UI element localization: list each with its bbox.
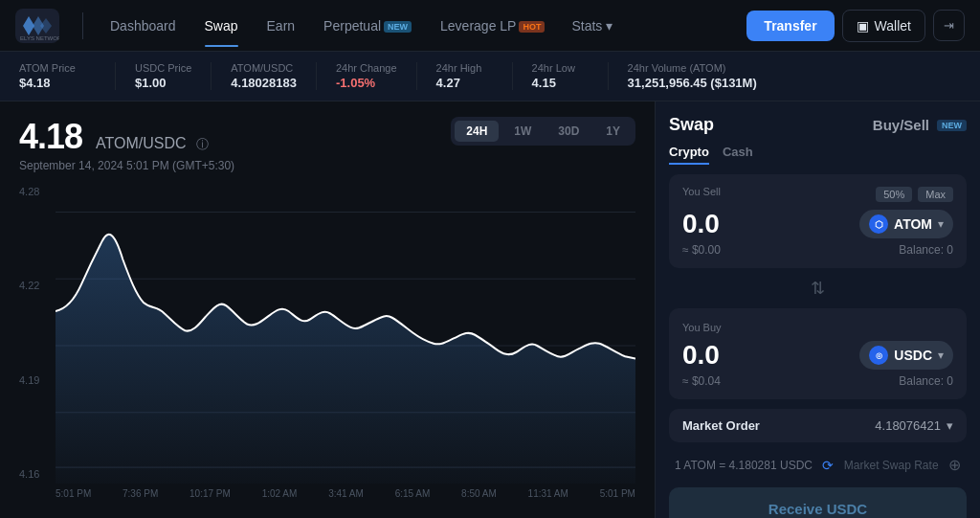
header: ELYS NETWORK Dashboard Swap Earn Perpetu… (0, 0, 980, 52)
buy-token-chevron: ▾ (938, 349, 944, 362)
chart-title-group: 4.18 ATOM/USDC ⓘ September 14, 2024 5:01… (19, 117, 234, 172)
tf-1y[interactable]: 1Y (594, 121, 632, 142)
y-label-1: 4.22 (19, 280, 56, 291)
buy-label: You Buy (682, 322, 722, 333)
nav-divider (82, 12, 83, 39)
usdc-price-label: USDC Price (135, 62, 191, 74)
exit-button[interactable]: ⇥ (933, 10, 965, 41)
chart-header: 4.18 ATOM/USDC ⓘ September 14, 2024 5:01… (19, 117, 635, 172)
nav-more[interactable]: Stats ▾ (560, 12, 624, 39)
high-value: 4.27 (436, 76, 493, 90)
buy-sell-label[interactable]: Buy/Sell (873, 117, 929, 133)
buy-amount[interactable]: 0.0 (682, 340, 720, 371)
y-label-0: 4.28 (19, 186, 56, 197)
chart-timeframes: 24H 1W 30D 1Y (451, 117, 635, 146)
sell-balance: Balance: 0 (899, 243, 953, 257)
buy-amount-row: 0.0 ◎ USDC ▾ (682, 340, 953, 371)
sell-label: You Sell (682, 186, 721, 197)
receive-button[interactable]: Receive USDC (669, 487, 967, 518)
exit-icon: ⇥ (944, 18, 954, 33)
sell-box: You Sell 50% Max 0.0 ⬡ ATOM ▾ ≈ $0.00 Ba… (669, 174, 967, 268)
buy-sell-badge: NEW (937, 120, 967, 131)
header-actions: Transfer ▣ Wallet ⇥ (746, 10, 965, 42)
change-label: 24hr Change (336, 62, 397, 74)
sell-amount[interactable]: 0.0 (682, 209, 720, 239)
sell-token-name: ATOM (894, 216, 932, 232)
buy-usd: ≈ $0.04 (682, 374, 721, 388)
pct-badge[interactable]: 50% (876, 187, 912, 202)
perpetual-badge: NEW (384, 21, 412, 33)
tf-1w[interactable]: 1W (502, 121, 543, 142)
chart-area: 4.18 ATOM/USDC ⓘ September 14, 2024 5:01… (0, 101, 655, 518)
y-axis: 4.28 4.22 4.19 4.16 (19, 182, 56, 484)
wallet-icon: ▣ (857, 18, 869, 34)
tf-24h[interactable]: 24H (455, 121, 499, 142)
volume-value: 31,251,956.45 ($131M) (628, 76, 757, 90)
nav-item-perpetual[interactable]: PerpetualNEW (310, 12, 425, 39)
leverage-badge: HOT (519, 21, 545, 33)
rate-text: 1 ATOM = 4.180281 USDC (675, 459, 813, 472)
tab-crypto[interactable]: Crypto (669, 145, 709, 165)
price-item-high: 24hr High 4.27 (416, 62, 512, 90)
pair-value: 4.18028183 (231, 76, 297, 90)
atom-price-label: ATOM Price (19, 62, 96, 74)
x-label-6: 8:50 AM (461, 488, 497, 499)
price-item-pair: ATOM/USDC 4.18028183 (211, 62, 316, 90)
tab-cash[interactable]: Cash (723, 145, 753, 165)
swap-arrow-wrap: ⇅ (669, 278, 967, 299)
info-icon: ⓘ (196, 136, 209, 153)
sell-token-chevron: ▾ (938, 217, 944, 231)
price-item-change: 24hr Change -1.05% (316, 62, 416, 90)
rate-expand-icon[interactable]: ⊕ (948, 456, 961, 474)
x-label-4: 3:41 AM (328, 488, 364, 499)
high-label: 24hr High (436, 62, 493, 74)
y-label-2: 4.19 (19, 374, 56, 386)
usdc-price-value: $1.00 (135, 76, 191, 90)
x-label-7: 11:31 AM (528, 488, 568, 499)
volume-label: 24hr Volume (ATOM) (628, 62, 757, 74)
x-label-3: 1:02 AM (262, 488, 298, 499)
chevron-down-icon: ▾ (606, 18, 612, 34)
buy-token-selector[interactable]: ◎ USDC ▾ (859, 341, 953, 370)
crypto-cash-tabs: Crypto Cash (669, 145, 967, 165)
max-badge[interactable]: Max (918, 187, 953, 202)
buy-box: You Buy 0.0 ◎ USDC ▾ ≈ $0.04 Balance: 0 (669, 308, 967, 399)
swap-direction-icon[interactable]: ⇅ (811, 278, 825, 299)
x-label-1: 7:36 PM (122, 488, 158, 499)
x-label-2: 10:17 PM (189, 488, 231, 499)
svg-text:ELYS NETWORK: ELYS NETWORK (20, 35, 59, 41)
low-value: 4.15 (532, 76, 589, 90)
x-axis: 5:01 PM 7:36 PM 10:17 PM 1:02 AM 3:41 AM… (56, 484, 635, 503)
chart-svg-container (56, 182, 635, 484)
nav-item-leverage-lp[interactable]: Leverage LPHOT (427, 12, 558, 39)
x-label-8: 5:01 PM (600, 488, 635, 499)
market-order-chevron[interactable]: ▾ (947, 418, 953, 433)
market-order-value-group: 4.18076421 ▾ (875, 418, 953, 433)
sell-token-selector[interactable]: ⬡ ATOM ▾ (859, 210, 953, 238)
panel-header: Swap Buy/Sell NEW (669, 115, 967, 135)
rate-swap-icon[interactable]: ⟳ (822, 458, 834, 473)
chart-price: 4.18 (19, 117, 82, 157)
price-item-volume: 24hr Volume (ATOM) 31,251,956.45 ($131M) (608, 62, 776, 90)
swap-title: Swap (669, 115, 714, 135)
nav-item-dashboard[interactable]: Dashboard (97, 12, 189, 39)
swap-panel: Swap Buy/Sell NEW Crypto Cash You Sell 5… (655, 101, 980, 518)
atom-token-icon: ⬡ (869, 214, 888, 234)
usdc-token-icon: ◎ (869, 346, 888, 365)
wallet-button[interactable]: ▣ Wallet (842, 10, 925, 42)
tf-30d[interactable]: 30D (546, 121, 590, 142)
sell-options: 50% Max (876, 187, 953, 202)
market-order: Market Order 4.18076421 ▾ (669, 409, 967, 442)
price-item-usdc: USDC Price $1.00 (115, 62, 211, 90)
nav-item-swap[interactable]: Swap (191, 12, 252, 39)
chart-canvas: 4.28 4.22 4.19 4.16 (19, 182, 635, 503)
nav-item-earn[interactable]: Earn (254, 12, 309, 39)
transfer-button[interactable]: Transfer (746, 11, 834, 41)
price-item-atom: ATOM Price $4.18 (19, 62, 115, 90)
rate-market-label: Market Swap Rate (844, 459, 939, 472)
price-bar: ATOM Price $4.18 USDC Price $1.00 ATOM/U… (0, 52, 980, 101)
change-value: -1.05% (336, 76, 397, 90)
market-order-label: Market Order (682, 418, 760, 433)
chart-pair: ATOM/USDC (96, 135, 187, 152)
buy-token-name: USDC (894, 348, 932, 363)
